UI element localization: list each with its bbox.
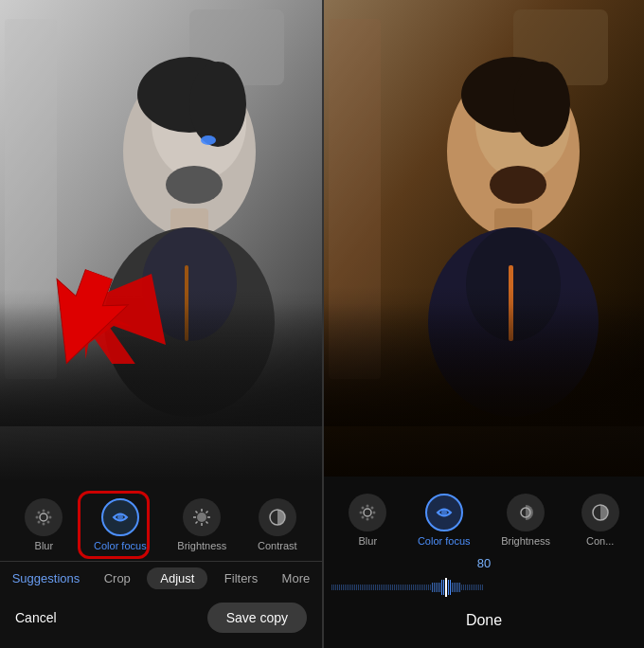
brightness-label-left: Brightness [177,540,226,551]
blur-label: Blur [35,540,54,551]
svg-point-60 [441,510,447,515]
nav-suggestions[interactable]: Suggestions [5,567,88,589]
svg-rect-40 [329,19,381,379]
svg-point-21 [38,521,41,524]
svg-point-57 [367,518,369,521]
right-blur-icon [349,494,386,531]
right-tool-brightness[interactable]: Brightness [493,490,558,550]
right-color-focus-label: Color focus [418,535,471,547]
right-brightness-label: Brightness [501,535,550,547]
blur-icon [25,498,63,536]
svg-point-8 [166,166,223,204]
nav-adjust[interactable]: Adjust [147,567,207,589]
svg-point-22 [47,521,50,524]
svg-point-20 [47,512,50,514]
slider-value: 80 [324,556,644,570]
svg-point-59 [373,512,376,514]
contrast-label: Contrast [258,540,297,551]
svg-point-52 [362,507,365,510]
svg-point-19 [38,512,41,514]
svg-point-28 [197,513,206,522]
nav-crop[interactable]: Crop [97,567,138,589]
svg-point-53 [371,507,374,510]
nav-filters[interactable]: Filters [217,567,265,589]
svg-rect-50 [324,303,644,426]
left-toolbar: Blur Color focus Brightness [0,481,322,648]
right-blur-label: Blur [359,535,378,547]
svg-point-54 [362,516,365,519]
right-toolbar: Blur Color focus Brightness [324,477,644,648]
cancel-button[interactable]: Cancel [15,610,57,625]
right-contrast-label: Con... [586,535,614,547]
slider-track[interactable] [324,574,644,601]
right-color-focus-icon [425,494,463,531]
svg-line-34 [206,522,208,524]
svg-point-58 [360,512,363,514]
right-brightness-icon [507,494,545,531]
contrast-icon [259,498,296,536]
svg-point-45 [490,166,546,204]
right-image-area [324,0,644,477]
brightness-icon-left [183,498,221,536]
svg-point-25 [36,516,39,519]
svg-point-24 [43,523,45,526]
right-contrast-icon [581,494,619,531]
svg-point-56 [367,505,369,508]
left-image-area [0,0,322,481]
svg-line-35 [206,512,208,513]
tool-item-blur[interactable]: Blur [17,495,70,555]
svg-point-23 [43,510,45,513]
svg-point-44 [513,62,570,147]
svg-line-33 [196,512,198,513]
nav-more[interactable]: More [275,567,318,589]
right-tool-row: Blur Color focus Brightness [324,484,644,556]
svg-point-51 [364,509,371,516]
color-focus-highlight-box [78,491,150,559]
slider-container[interactable] [324,574,644,601]
left-panel: Blur Color focus Brightness [0,0,322,648]
svg-rect-49 [509,265,513,341]
tool-item-brightness-left[interactable]: Brightness [170,495,234,555]
right-tool-contrast[interactable]: Con... [574,490,627,550]
svg-line-36 [196,522,198,524]
svg-point-12 [201,135,216,145]
action-row: Cancel Save copy [0,595,322,644]
tool-row: Blur Color focus Brightness [0,489,322,561]
save-copy-button[interactable]: Save copy [207,603,307,633]
right-tool-blur[interactable]: Blur [341,490,394,550]
done-button[interactable]: Done [443,608,525,633]
svg-point-55 [371,516,374,519]
right-panel: Blur Color focus Brightness [322,0,644,648]
svg-point-7 [189,62,246,147]
done-row: Done [324,601,644,644]
svg-point-26 [49,516,52,519]
tool-item-contrast[interactable]: Contrast [250,495,305,555]
nav-row: Suggestions Crop Adjust Filters More [0,561,322,595]
svg-point-18 [40,513,47,521]
svg-rect-13 [185,265,188,341]
right-tool-color-focus[interactable]: Color focus [410,490,478,550]
